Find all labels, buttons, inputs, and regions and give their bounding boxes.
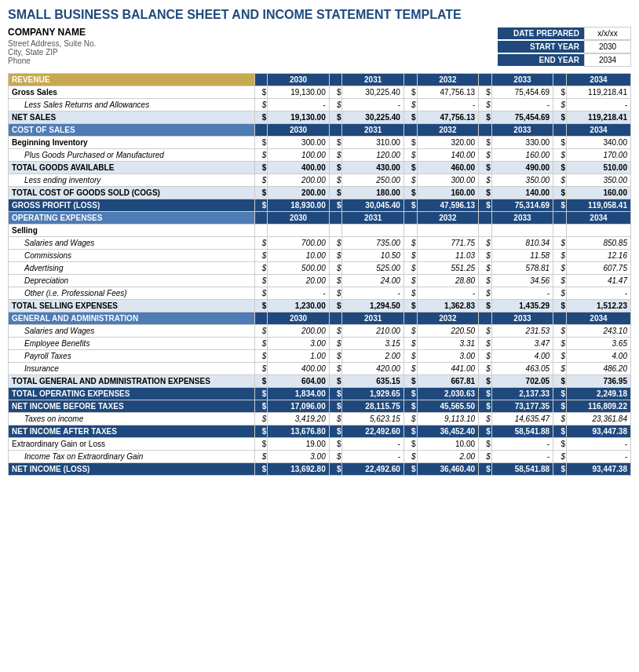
year-2034-header: 2034 — [566, 74, 630, 86]
selling-label-row: Selling — [9, 225, 631, 237]
sales-returns-2031: - — [342, 99, 403, 111]
total-cogs-label: TOTAL COST OF GOODS SOLD (COGS) — [9, 187, 255, 199]
total-opex-row: TOTAL OPERATING EXPENSES $ 1,834.00 $ 1,… — [9, 388, 631, 400]
net-after-taxes-row: NET INCOME AFTER TAXES $ 13,676.80 $ 22,… — [9, 425, 631, 438]
selling-label: Selling — [9, 225, 255, 237]
gross-sales-row: Gross Sales $ 19,130.00 $ 30,225.40 $ 47… — [9, 86, 631, 99]
ga-insurance-row: Insurance $ 400.00 $ 420.00 $ 441.00 $ 4… — [9, 363, 631, 375]
start-year-row: START YEAR 2030 — [498, 40, 631, 53]
extraordinary-gain-row: Extraordinary Gain or Loss $ 19.00 $ - $… — [9, 438, 631, 451]
main-table: REVENUE 2030 2031 2032 2033 2034 Gross S… — [8, 73, 631, 476]
net-before-taxes-row: NET INCOME BEFORE TAXES $ 17,096.00 $ 28… — [9, 400, 631, 413]
gross-sales-2031: 30,225.40 — [342, 86, 403, 99]
extraordinary-tax-row: Income Tax on Extraordinary Gain $ 3.00 … — [9, 451, 631, 463]
selling-advertising-row: Advertising $ 500.00 $ 525.00 $ 551.25 $… — [9, 262, 631, 275]
total-selling-row: TOTAL SELLING EXPENSES $ 1,230.00 $ 1,29… — [9, 300, 631, 312]
sales-returns-2033: - — [491, 99, 553, 111]
main-title: SMALL BUSINESS BALANCE SHEET AND INCOME … — [8, 8, 631, 22]
net-sales-2030: 19,130.00 — [268, 111, 329, 124]
sales-returns-2034: - — [566, 99, 630, 111]
goods-purchased-label: Plus Goods Purchased or Manufactured — [9, 149, 255, 162]
year-2033-header: 2033 — [491, 74, 553, 86]
sales-returns-2032: - — [417, 99, 478, 111]
date-block: DATE PREPARED x/x/xx START YEAR 2030 END… — [498, 27, 631, 67]
cos-year-2032: 2032 — [417, 124, 478, 137]
net-sales-2031: 30,225.40 — [342, 111, 403, 124]
total-ga-row: TOTAL GENERAL AND ADMINISTRATION EXPENSE… — [9, 375, 631, 388]
company-city: City, State ZIP — [8, 48, 96, 57]
end-year-row: END YEAR 2034 — [498, 53, 631, 67]
gross-profit-label: GROSS PROFIT (LOSS) — [9, 199, 255, 212]
ga-payroll-row: Payroll Taxes $ 1.00 $ 2.00 $ 3.00 $ 4.0… — [9, 350, 631, 363]
less-ending-label: Less ending inventory — [9, 174, 255, 187]
total-cogs-row: TOTAL COST OF GOODS SOLD (COGS) $ 200.00… — [9, 187, 631, 199]
cos-year-2031: 2031 — [342, 124, 403, 137]
net-income-row: NET INCOME (LOSS) $ 13,692.80 $ 22,492.6… — [9, 463, 631, 476]
revenue-section-label: REVENUE — [9, 74, 255, 86]
gen-admin-section-label: GENERAL AND ADMINISTRATION — [9, 312, 255, 325]
ga-benefits-row: Employee Benefits $ 3.00 $ 3.15 $ 3.31 $… — [9, 338, 631, 350]
opex-section-label: OPERATING EXPENSES — [9, 212, 255, 225]
company-name: COMPANY NAME — [8, 27, 96, 38]
cos-section-label: COST OF SALES — [9, 124, 255, 137]
year-2030-header: 2030 — [268, 74, 329, 86]
gross-sales-label: Gross Sales — [9, 86, 255, 99]
gross-sales-2032: 47,756.13 — [417, 86, 478, 99]
cos-year-2030: 2030 — [268, 124, 329, 137]
company-info-block: COMPANY NAME Street Address, Suite No. C… — [8, 27, 96, 65]
selling-salaries-row: Salaries and Wages $ 700.00 $ 735.00 $ 7… — [9, 237, 631, 250]
goods-purchased-row: Plus Goods Purchased or Manufactured $ 1… — [9, 149, 631, 162]
cos-header-row: COST OF SALES 2030 2031 2032 2033 2034 — [9, 124, 631, 137]
gross-sales-2034: 119,218.41 — [566, 86, 630, 99]
sales-returns-label: Less Sales Returns and Allowances — [9, 99, 255, 111]
gross-sales-2033: 75,454.69 — [491, 86, 553, 99]
start-year-label: START YEAR — [498, 41, 584, 53]
cos-year-2033: 2033 — [491, 124, 553, 137]
cos-year-2034: 2034 — [566, 124, 630, 137]
selling-commissions-row: Commissions $ 10.00 $ 10.50 $ 11.03 $ 11… — [9, 250, 631, 262]
net-sales-2034: 119,218.41 — [566, 111, 630, 124]
year-2031-header: 2031 — [342, 74, 403, 86]
end-year-label: END YEAR — [498, 54, 584, 66]
year-2032-header: 2032 — [417, 74, 478, 86]
taxes-row: Taxes on income $ 3,419.20 $ 5,623.15 $ … — [9, 413, 631, 425]
gross-sales-2030: 19,130.00 — [268, 86, 329, 99]
net-sales-2033: 75,454.69 — [491, 111, 553, 124]
less-ending-row: Less ending inventory $ 200.00 $ 250.00 … — [9, 174, 631, 187]
begin-inventory-label: Beginning Inventory — [9, 137, 255, 149]
date-prepared-value[interactable]: x/x/xx — [584, 27, 631, 40]
sales-returns-row: Less Sales Returns and Allowances $ - $ … — [9, 99, 631, 111]
sales-returns-2030: - — [268, 99, 329, 111]
gross-profit-row: GROSS PROFIT (LOSS) $ 18,930.00 $ 30,045… — [9, 199, 631, 212]
opex-header-row: OPERATING EXPENSES 2030 2031 2032 2033 2… — [9, 212, 631, 225]
gen-admin-header-row: GENERAL AND ADMINISTRATION 2030 2031 203… — [9, 312, 631, 325]
begin-inventory-row: Beginning Inventory $ 300.00 $ 310.00 $ … — [9, 137, 631, 149]
total-goods-row: TOTAL GOODS AVAILABLE $ 400.00 $ 430.00 … — [9, 162, 631, 174]
company-address: Street Address, Suite No. — [8, 39, 96, 48]
revenue-header-row: REVENUE 2030 2031 2032 2033 2034 — [9, 74, 631, 86]
company-phone: Phone — [8, 57, 96, 65]
date-prepared-row: DATE PREPARED x/x/xx — [498, 27, 631, 40]
start-year-value[interactable]: 2030 — [584, 40, 631, 53]
net-sales-2032: 47,756.13 — [417, 111, 478, 124]
selling-other-row: Other (i.e. Professional Fees) $ - $ - $… — [9, 287, 631, 300]
date-prepared-label: DATE PREPARED — [498, 27, 584, 39]
selling-depreciation-row: Depreciation $ 20.00 $ 24.00 $ 28.80 $ 3… — [9, 275, 631, 287]
net-sales-row: NET SALES $ 19,130.00 $ 30,225.40 $ 47,7… — [9, 111, 631, 124]
net-sales-label: NET SALES — [9, 111, 255, 124]
ga-salaries-row: Salaries and Wages $ 200.00 $ 210.00 $ 2… — [9, 325, 631, 338]
end-year-value[interactable]: 2034 — [584, 53, 631, 67]
total-goods-label: TOTAL GOODS AVAILABLE — [9, 162, 255, 174]
